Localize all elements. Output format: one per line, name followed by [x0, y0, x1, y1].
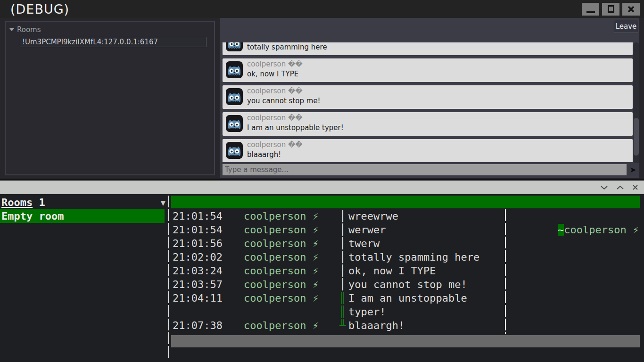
- message-text: I am an unstoppable typer!: [247, 123, 344, 132]
- log-user: coolperson ⚡: [244, 291, 339, 305]
- message-text: blaaargh!: [247, 150, 281, 159]
- member-name: coolperson ⚡: [564, 224, 639, 236]
- log-row: 21:01:56coolperson ⚡│twerw: [171, 237, 640, 250]
- message-list: totally spamming here coolperson �� ok, …: [223, 42, 633, 162]
- log-user: coolperson ⚡: [244, 278, 339, 291]
- panel-chevron-down-button[interactable]: [600, 185, 608, 190]
- log-scroll-indicator: ║: [339, 305, 348, 319]
- log-row: ║typer!: [171, 305, 640, 319]
- panel-close-button[interactable]: [632, 184, 638, 190]
- godot-avatar-icon: [226, 88, 243, 105]
- log-message: blaaargh!: [348, 319, 405, 332]
- rooms-header-label: Rooms: [1, 197, 33, 208]
- log-separator: │: [339, 250, 348, 264]
- log-scroll-indicator: ╨: [339, 319, 348, 332]
- log-user: coolperson ⚡: [244, 223, 339, 237]
- close-icon: [632, 184, 638, 190]
- log-row: 21:03:57coolperson ⚡│you cannot stop me!: [171, 278, 640, 291]
- terminal-message-input[interactable]: Send a message...: [171, 347, 327, 362]
- chat-message-input[interactable]: [223, 164, 627, 175]
- chat-panel: Leave totally spamming here: [220, 18, 639, 178]
- log-time: 21:04:11: [171, 291, 244, 305]
- message-author: coolperson ��: [247, 87, 303, 95]
- log-message: ok, now I TYPE: [348, 264, 436, 278]
- log-message: you cannot stop me!: [348, 278, 467, 291]
- log-time: 21:02:02: [171, 250, 244, 264]
- terminal-panel: Rooms 1 ▼ Empty room 21:01:54coolperson …: [0, 181, 644, 362]
- close-icon: [627, 5, 635, 13]
- log-user: [244, 305, 339, 319]
- message-text: you cannot stop me!: [247, 97, 321, 105]
- maximize-button[interactable]: [602, 3, 619, 16]
- log-separator: │: [339, 237, 348, 250]
- chat-scrollbar-thumb[interactable]: [634, 118, 639, 156]
- message-author: coolperson ��: [247, 60, 303, 68]
- log-separator: │: [339, 223, 348, 237]
- minimize-button[interactable]: [582, 3, 599, 16]
- log-time: 21:03:57: [171, 278, 244, 291]
- log-row: 21:04:11coolperson ⚡║I am an unstoppable: [171, 291, 640, 305]
- log-message: typer!: [348, 305, 386, 319]
- godot-avatar-icon: [226, 42, 243, 51]
- message-card: coolperson �� I am an unstoppable typer!: [223, 112, 633, 136]
- panel-chevron-up-button[interactable]: [616, 185, 624, 190]
- godot-avatar-icon: [226, 115, 243, 132]
- terminal-status-bar: [171, 335, 640, 347]
- screen: (DEBUG) Rooms !Um3PCMPI9kzi: [0, 0, 644, 362]
- log-user: coolperson ⚡: [244, 250, 339, 264]
- message-card: coolperson �� you cannot stop me!: [223, 85, 633, 109]
- room-list-item-selected[interactable]: Empty room: [0, 209, 165, 223]
- window-controls: [582, 3, 644, 16]
- log-time: 21:07:38: [171, 319, 244, 332]
- leave-button[interactable]: Leave: [614, 20, 638, 33]
- maximize-icon: [608, 5, 614, 13]
- close-button[interactable]: [622, 3, 640, 16]
- room-id-item[interactable]: !Um3PCMPI9kziIXMfL4:127.0.0.1:6167: [20, 37, 206, 47]
- chevron-down-icon: [600, 185, 608, 190]
- message-text: totally spamming here: [247, 43, 327, 51]
- rooms-tree-header[interactable]: Rooms: [6, 22, 214, 34]
- log-time: [171, 305, 244, 319]
- log-separator: │: [339, 264, 348, 278]
- log-scroll-indicator: ║: [339, 291, 348, 305]
- godot-avatar-icon: [226, 61, 243, 78]
- log-time: 21:01:56: [171, 237, 244, 250]
- log-user: coolperson ⚡: [244, 237, 339, 250]
- log-message: twerw: [348, 237, 380, 250]
- minimize-icon: [586, 11, 595, 13]
- window-title: (DEBUG): [0, 2, 69, 16]
- chat-scrollbar[interactable]: [633, 42, 639, 164]
- message-author: coolperson ��: [247, 140, 303, 149]
- log-separator: │: [339, 278, 348, 291]
- message-text: ok, now I TYPE: [247, 70, 298, 78]
- message-card: coolperson �� blaaargh!: [223, 139, 633, 162]
- godot-avatar-icon: [226, 142, 243, 159]
- send-button[interactable]: ➤: [627, 163, 639, 176]
- terminal-rooms-header[interactable]: Rooms 1 ▼: [0, 196, 168, 209]
- log-message: totally spamming here: [348, 250, 479, 264]
- terminal-body: Rooms 1 ▼ Empty room 21:01:54coolperson …: [0, 194, 644, 362]
- message-card: coolperson �� ok, now I TYPE: [223, 58, 633, 82]
- tree-collapse-icon: [9, 28, 14, 31]
- log-row: 21:07:38coolperson ⚡╨blaaargh!: [171, 319, 640, 332]
- log-separator: │: [339, 209, 348, 223]
- log-row: 21:03:24coolperson ⚡│ok, now I TYPE: [171, 264, 640, 278]
- log-message: I am an unstoppable: [348, 291, 467, 305]
- log-user: coolperson ⚡: [244, 264, 339, 278]
- send-icon: ➤: [629, 165, 636, 174]
- app-window: (DEBUG) Rooms !Um3PCMPI9kzi: [0, 0, 644, 179]
- member-cursor: ~: [558, 224, 564, 236]
- log-time: 21:01:54: [171, 209, 244, 223]
- dropdown-arrow-icon[interactable]: ▼: [161, 196, 165, 210]
- log-user: coolperson ⚡: [244, 209, 339, 223]
- terminal-titlebar: [0, 181, 644, 194]
- chevron-up-icon: [616, 185, 624, 190]
- log-time: 21:03:24: [171, 264, 244, 278]
- room-header-bar: [171, 196, 640, 208]
- sidebar-separator: [168, 196, 169, 360]
- log-time: 21:01:54: [171, 223, 244, 237]
- log-message: wreewrwe: [348, 209, 398, 223]
- rooms-tree-label: Rooms: [17, 25, 41, 34]
- log-row: 21:02:02coolperson ⚡│totally spamming he…: [171, 250, 640, 264]
- log-message: werwer: [348, 223, 386, 237]
